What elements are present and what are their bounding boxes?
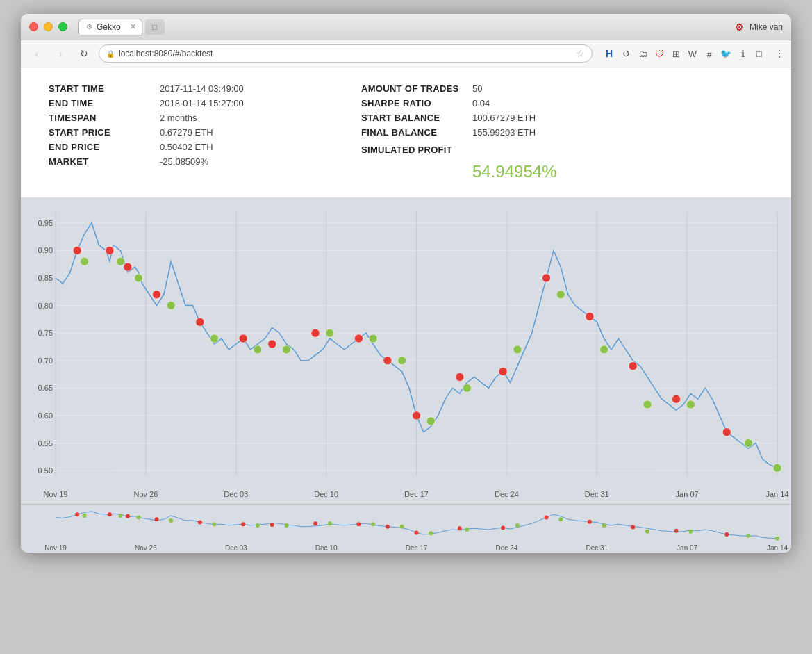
ext-icon-9[interactable]: ℹ [736,47,749,60]
ext-icon-3[interactable]: 🗂 [636,47,649,60]
timespan-label: TIMESPAN [49,113,160,123]
start-balance-value: 100.67279 ETH [472,113,536,123]
url-text: localhost:8080/#/backtest [119,49,213,58]
refresh-button[interactable]: ↻ [75,44,93,63]
browser-menu-button[interactable]: ⋮ [774,48,784,59]
main-chart[interactable] [21,198,791,504]
new-tab-button[interactable]: □ [145,19,165,35]
ext-icon-10[interactable]: □ [752,47,766,60]
tab-title: Gekko [97,22,121,32]
end-price-value: 0.50402 ETH [160,142,213,152]
sharpe-ratio-value: 0.04 [472,98,490,108]
timespan-value: 2 months [160,113,197,123]
ext-icon-7[interactable]: # [702,47,716,60]
start-time-value: 2017-11-14 03:49:00 [160,83,244,94]
end-time-label: END TIME [49,98,160,108]
start-price-label: START PRICE [49,127,160,138]
ext-icon-1[interactable]: H [602,47,616,60]
final-balance-value: 155.99203 ETH [472,127,536,138]
extension-icon: ⚙ [735,22,744,33]
chart-container [21,198,791,553]
navbar: ‹ › ↻ 🔒 localhost:8080/#/backtest ☆ H ↺ … [21,40,791,67]
end-price-row: END PRICE 0.50402 ETH [49,140,361,154]
amount-trades-row: AMOUNT OF TRADES 50 [361,81,674,96]
market-row: MARKET -25.08509% [49,154,361,169]
start-balance-row: START BALANCE 100.67279 ETH [361,111,674,125]
main-chart-canvas [21,198,791,504]
stats-content: START TIME 2017-11-14 03:49:00 END TIME … [21,67,791,198]
mini-chart-canvas [21,505,791,553]
start-balance-label: START BALANCE [361,113,472,123]
active-tab[interactable]: ⚙ Gekko ✕ [78,19,142,35]
tab-close-button[interactable]: ✕ [130,22,136,31]
end-time-row: END TIME 2018-01-14 15:27:00 [49,96,361,111]
timespan-row: TIMESPAN 2 months [49,111,361,125]
minimize-button[interactable] [44,22,53,31]
address-bar[interactable]: 🔒 localhost:8080/#/backtest ☆ [99,44,593,63]
tab-favicon: ⚙ [86,23,92,31]
simulated-profit-value: 54.94954% [472,162,556,181]
end-price-label: END PRICE [49,142,160,152]
browser-window: ⚙ Gekko ✕ □ ⚙ Mike van ‹ › ↻ 🔒 localhost… [21,14,791,553]
amount-trades-value: 50 [472,83,482,94]
maximize-button[interactable] [58,22,67,31]
tab-area: ⚙ Gekko ✕ □ [78,19,735,35]
lock-icon: 🔒 [106,50,115,58]
start-price-row: START PRICE 0.67279 ETH [49,125,361,140]
sharpe-ratio-row: SHARPE RATIO 0.04 [361,96,674,111]
profit-value-row: 54.94954% [361,157,674,183]
user-name: Mike van [749,22,783,32]
start-price-value: 0.67279 ETH [160,127,213,138]
bookmark-icon[interactable]: ☆ [576,48,585,59]
amount-trades-label: AMOUNT OF TRADES [361,83,472,94]
market-label: MARKET [49,156,160,167]
final-balance-row: FINAL BALANCE 155.99203 ETH [361,125,674,140]
new-tab-icon: □ [152,22,157,32]
extensions-area: H ↺ 🗂 🛡 ⊞ W # 🐦 ℹ □ [602,47,766,60]
ext-icon-4[interactable]: 🛡 [652,47,666,60]
ext-icon-6[interactable]: W [686,47,699,60]
sharpe-ratio-label: SHARPE RATIO [361,98,472,108]
stats-right-col: AMOUNT OF TRADES 50 SHARPE RATIO 0.04 ST… [361,81,674,183]
stats-left-col: START TIME 2017-11-14 03:49:00 END TIME … [49,81,361,183]
user-info: ⚙ Mike van [735,22,783,33]
back-button[interactable]: ‹ [28,44,46,63]
end-time-value: 2018-01-14 15:27:00 [160,98,244,108]
mini-chart[interactable] [21,504,791,553]
start-time-row: START TIME 2017-11-14 03:49:00 [49,81,361,96]
forward-button[interactable]: › [51,44,69,63]
traffic-lights [29,22,67,31]
simulated-profit-row: SIMULATED PROFIT [361,142,674,157]
market-value: -25.08509% [160,156,208,167]
final-balance-label: FINAL BALANCE [361,127,472,138]
titlebar: ⚙ Gekko ✕ □ ⚙ Mike van [21,14,791,40]
ext-icon-5[interactable]: ⊞ [669,47,683,60]
close-button[interactable] [29,22,38,31]
start-time-label: START TIME [49,83,160,94]
stats-grid: START TIME 2017-11-14 03:49:00 END TIME … [49,81,674,183]
simulated-profit-label: SIMULATED PROFIT [361,145,472,155]
ext-icon-8[interactable]: 🐦 [719,47,733,60]
ext-icon-2[interactable]: ↺ [619,47,633,60]
